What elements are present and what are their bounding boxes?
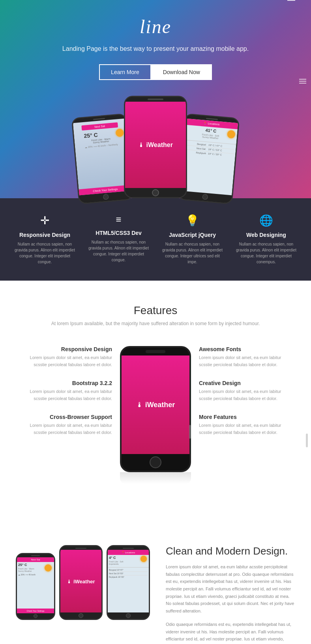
modern-phone-1-screen: Next Sat 25° C Fresh Like · WarmSunny We…: [17, 557, 54, 613]
html5-icon: ≡: [86, 214, 151, 225]
feature-title-js: JavaScript jQuery: [160, 232, 225, 238]
features-subtitle: At lorem Ipsum available, but the majori…: [16, 321, 295, 326]
features-title: Features: [16, 304, 295, 317]
modern-title: Clean and Modern Design.: [166, 545, 295, 557]
feature-fonts: Awesome Fonts Lorem ipsum dolor sit amet…: [199, 346, 295, 368]
feature-responsive-title: Responsive Design: [16, 346, 112, 352]
feature-bootstrap-desc: Lorem ipsum dolor sit amet, ea eum labit…: [16, 388, 112, 402]
modern-phone-1-wind: ☁ 20% ⟹ 45 km/h: [17, 573, 54, 576]
feature-responsive-desc: Lorem ipsum dolor sit amet, ea eum labit…: [16, 354, 112, 368]
download-now-button[interactable]: Download Now: [151, 64, 212, 80]
feature-more: More Features Lorem ipsum dolor sit amet…: [199, 414, 295, 436]
scrollbar-indicator-modern: [306, 434, 308, 447]
features-left-col: Responsive Design Lorem ipsum dolor sit …: [16, 346, 112, 448]
hero-buttons: Learn More Download Now: [8, 64, 303, 80]
feature-crossbrowser-desc: Lorem ipsum dolor sit amet, ea eum labit…: [16, 422, 112, 436]
modern-phone-1-header: Next Sat: [17, 557, 54, 562]
feature-fonts-title: Awesome Fonts: [199, 346, 295, 352]
learn-more-button[interactable]: Learn More: [99, 64, 151, 80]
phone-center-screen: 🌡 iWeather: [125, 102, 186, 188]
feature-desc-js: Nullam ac rhoncus sapien, non gravida pu…: [160, 241, 225, 265]
hamburger-menu[interactable]: [287, 0, 295, 1]
feature-desc-webdesign: Nullam ac rhoncus sapien, non gravida pu…: [234, 241, 299, 265]
modern-phone-3: 📍 Locations 4° C Fresh Like · SoftExpete…: [107, 545, 150, 620]
center-phone-home-btn: [150, 456, 161, 468]
feature-crossbrowser: Cross-Browser Support Lorem ipsum dolor …: [16, 414, 112, 436]
feature-title-webdesign: Web Designing: [234, 232, 299, 238]
feature-creative-desc: Lorem ipsum dolor sit amet, ea eum labit…: [199, 388, 295, 402]
hamburger-line: [287, 0, 295, 1]
center-phone-reflection: [120, 472, 191, 484]
modern-section: Next Sat 25° C Fresh Like · WarmSunny We…: [0, 521, 311, 644]
features-right-col: Awesome Fonts Lorem ipsum dolor sit amet…: [199, 346, 295, 448]
feature-item-webdesign: 🌐 Web Designing Nullam ac rhoncus sapien…: [234, 214, 299, 265]
feature-desc-responsive: Nullam ac rhoncus sapien, non gravida pu…: [12, 241, 77, 265]
iweather-logo-features: 🌡 iWeather: [136, 401, 175, 409]
feature-item-js: 💡 JavaScript jQuery Nullam ac rhoncus sa…: [160, 214, 225, 265]
modern-phones: Next Sat 25° C Fresh Like · WarmSunny We…: [16, 545, 150, 620]
sun-icon-modern-1: [45, 564, 52, 571]
feature-title-responsive: Responsive Design: [12, 232, 77, 238]
feature-more-title: More Features: [199, 414, 295, 420]
feature-creative: Creative Design Lorem ipsum dolor sit am…: [199, 380, 295, 402]
phone-center: 🌡 iWeather: [124, 96, 187, 198]
feature-title-html5: HTML5/CSS3 Dev: [86, 230, 151, 236]
features-center-phone: 🌡 iWeather: [120, 346, 191, 498]
feature-item-responsive: ✛ Responsive Design Nullam ac rhoncus sa…: [12, 214, 77, 265]
modern-phone-3-header: 📍 Locations: [108, 550, 149, 555]
feature-bootstrap: Bootstrap 3.2.2 Lorem ipsum dolor sit am…: [16, 380, 112, 402]
hero-phones: Next Sat 25° C Fresh Like · WarmSunny We…: [8, 96, 303, 198]
modern-desc-2: Odio quaeque reformidans est eu, expeten…: [166, 621, 295, 644]
feature-crossbrowser-title: Cross-Browser Support: [16, 414, 112, 420]
modern-desc-1: Lorem ipsum dolor sit amet, ea eum labit…: [166, 563, 295, 615]
webdesign-icon: 🌐: [234, 214, 299, 227]
center-phone-mockup: 🌡 iWeather: [120, 346, 191, 472]
scrollbar-indicator-features: [189, 425, 191, 439]
feature-item-html5: ≡ HTML5/CSS3 Dev Nullam ac rhoncus sapie…: [86, 214, 151, 265]
iweather-logo-modern: 🌡 iWeather: [67, 578, 95, 585]
center-phone-screen: 🌡 iWeather: [122, 356, 189, 454]
hero-section: line Landing Page is the best way to pre…: [0, 0, 311, 198]
features-dark-section: ✛ Responsive Design Nullam ac rhoncus sa…: [0, 198, 311, 281]
js-icon: 💡: [160, 214, 225, 227]
responsive-icon: ✛: [12, 214, 77, 227]
modern-phone-1-settings: Check Your Settings: [17, 609, 54, 613]
weather-list-right: Beograd 19° C / 47° C Next Sat 19° C / 5…: [182, 140, 236, 159]
feature-desc-html5: Nullam ac rhoncus sapien, non gravida pu…: [86, 239, 151, 263]
features-light-section: Features At lorem Ipsum available, but t…: [0, 281, 311, 521]
feature-creative-title: Creative Design: [199, 380, 295, 386]
hero-subtitle: Landing Page is the best way to present …: [8, 45, 303, 52]
feature-fonts-desc: Lorem ipsum dolor sit amet, ea eum labit…: [199, 354, 295, 368]
feature-more-desc: Lorem ipsum dolor sit amet, ea eum labit…: [199, 422, 295, 436]
modern-phone-3-list: Beograd 19°/47° Next Sat 19°/53° Reykjav…: [108, 567, 149, 579]
feature-responsive: Responsive Design Lorem ipsum dolor sit …: [16, 346, 112, 368]
hero-nav: line: [8, 16, 303, 37]
modern-phone-2-screen: 🌡 iWeather: [60, 550, 101, 612]
modern-text: Clean and Modern Design. Lorem ipsum dol…: [166, 545, 295, 644]
modern-phone-1: Next Sat 25° C Fresh Like · WarmSunny We…: [16, 553, 55, 620]
phone-right-screen: 📍 Locations 41° C Fresh Like · SoftSunny…: [179, 118, 238, 195]
modern-phone-2: 🌡 iWeather: [59, 545, 103, 620]
feature-bootstrap-title: Bootstrap 3.2.2: [16, 380, 112, 386]
side-menu-icon[interactable]: [299, 79, 306, 84]
iweather-logo-center: 🌡 iWeather: [138, 141, 173, 149]
center-phone-notch: [146, 350, 165, 353]
sun-icon-left: [115, 128, 124, 137]
features-grid: Responsive Design Lorem ipsum dolor sit …: [16, 346, 295, 498]
modern-phone-3-screen: 📍 Locations 4° C Fresh Like · SoftExpete…: [108, 550, 149, 612]
sun-icon-modern-3: [141, 556, 147, 562]
hero-title: line: [8, 16, 303, 37]
